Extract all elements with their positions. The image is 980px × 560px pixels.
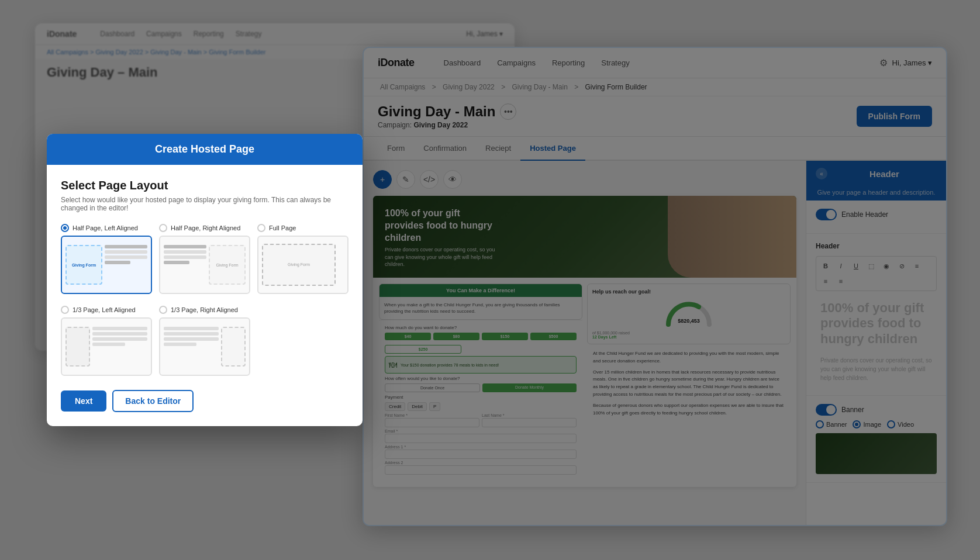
lp-form-full: Giving Form <box>262 244 336 285</box>
lp-line-7 <box>164 255 206 259</box>
layout-half-left-label: Half Page, Left Aligned <box>61 224 152 232</box>
layout-options-row-2: 1/3 Page, Left Aligned <box>61 306 348 376</box>
lp-content-left <box>164 245 206 284</box>
modal: Create Hosted Page Select Page Layout Se… <box>47 134 363 426</box>
layout-half-right-radio <box>159 224 167 232</box>
next-button[interactable]: Next <box>61 390 106 412</box>
lp-line-5 <box>164 245 206 248</box>
lp-form-left: Giving Form <box>65 245 102 284</box>
lp-line-2 <box>105 250 147 254</box>
layout-third-right-radio <box>159 306 167 314</box>
lp-form-right: Giving Form <box>209 245 246 284</box>
layout-options-row-1: Half Page, Left Aligned Giving Form <box>61 224 348 294</box>
lp-content-right <box>105 245 147 284</box>
layout-third-right-preview <box>159 317 250 376</box>
lp-line-13 <box>164 327 219 330</box>
layout-third-right-label: 1/3 Page, Right Aligned <box>159 306 250 314</box>
layout-half-right[interactable]: Half Page, Right Aligned Giving Form <box>159 224 250 294</box>
lp-line-9 <box>92 327 147 330</box>
lp-line-12 <box>92 343 125 346</box>
lp-form-third-left <box>65 327 90 366</box>
lp-line-16 <box>164 343 196 346</box>
layout-half-left-radio <box>61 224 69 232</box>
layout-third-left-label: 1/3 Page, Left Aligned <box>61 306 152 314</box>
lp-form-third-right <box>221 327 246 366</box>
lp-content-third-left <box>92 327 147 366</box>
modal-overlay: Create Hosted Page Select Page Layout Se… <box>0 0 980 560</box>
layout-half-right-label: Half Page, Right Aligned <box>159 224 250 232</box>
back-to-editor-button[interactable]: Back to Editor <box>112 390 194 412</box>
layout-full-radio <box>257 224 265 232</box>
layout-third-left-radio <box>61 306 69 314</box>
modal-section-title: Select Page Layout <box>61 179 348 192</box>
modal-section-sub: Select how would like your hosted page t… <box>61 196 348 212</box>
lp-line-3 <box>105 255 147 259</box>
modal-title: Create Hosted Page <box>61 143 348 155</box>
lp-line-6 <box>164 250 206 254</box>
layout-full[interactable]: Full Page Giving Form <box>257 224 348 294</box>
lp-line-10 <box>92 332 147 336</box>
layout-half-right-preview: Giving Form <box>159 236 250 294</box>
lp-line-8 <box>164 261 189 264</box>
modal-buttons: Next Back to Editor <box>61 390 348 412</box>
layout-third-left-preview <box>61 317 152 376</box>
layout-third-left[interactable]: 1/3 Page, Left Aligned <box>61 306 152 376</box>
layout-half-left-preview: Giving Form <box>61 236 152 294</box>
layout-full-preview: Giving Form <box>257 236 348 294</box>
layout-third-right[interactable]: 1/3 Page, Right Aligned <box>159 306 250 376</box>
layout-half-left[interactable]: Half Page, Left Aligned Giving Form <box>61 224 152 294</box>
modal-header: Create Hosted Page <box>47 134 363 165</box>
lp-line-14 <box>164 332 219 336</box>
lp-line-15 <box>164 337 219 341</box>
lp-line-1 <box>105 245 147 248</box>
lp-content-third-right <box>164 327 219 366</box>
lp-line-4 <box>105 261 130 264</box>
lp-line-11 <box>92 337 147 341</box>
layout-full-label: Full Page <box>257 224 348 232</box>
modal-body: Select Page Layout Select how would like… <box>47 165 363 426</box>
